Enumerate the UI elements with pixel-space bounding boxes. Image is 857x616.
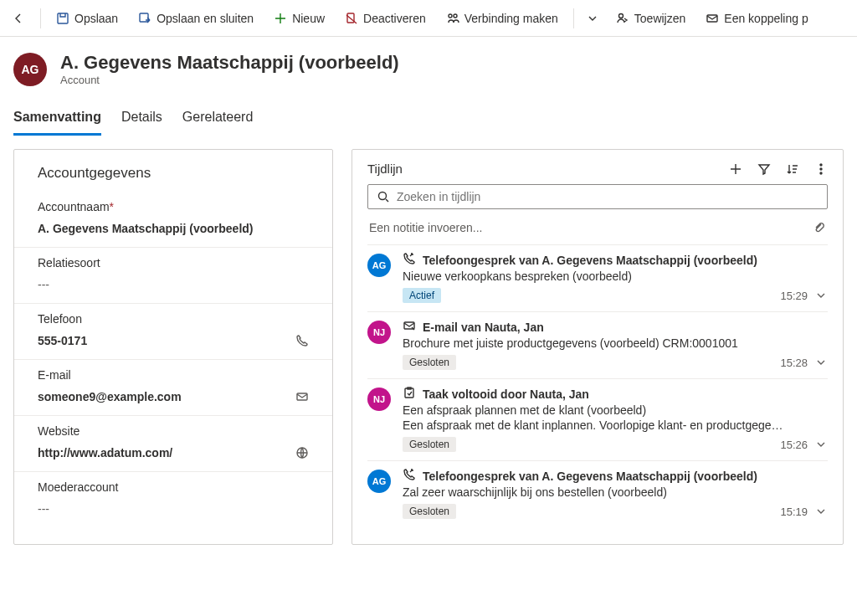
chevron-down-icon[interactable]	[814, 505, 828, 518]
new-label: Nieuw	[292, 12, 325, 25]
avatar: NJ	[367, 388, 391, 411]
assign-button[interactable]: Toewijzen	[608, 8, 694, 28]
field-label: Accountnaam*	[38, 200, 309, 213]
status-badge: Gesloten	[403, 504, 456, 519]
link-button[interactable]: Een koppeling p	[697, 8, 816, 28]
separator	[573, 8, 574, 28]
activity-time: 15:28	[780, 356, 828, 369]
svg-rect-6	[707, 15, 717, 22]
more-dropdown[interactable]	[581, 8, 604, 28]
save-close-button[interactable]: Opslaan en sluiten	[130, 8, 262, 28]
record-type: Account	[60, 74, 399, 86]
note-placeholder: Een notitie invoeren...	[369, 221, 482, 234]
activity-desc: Nieuwe verkoopkans bespreken (voorbeeld)	[403, 270, 828, 283]
content-area: Accountgegevens Accountnaam* A. Gegevens…	[0, 136, 857, 558]
tab-summary[interactable]: Samenvatting	[13, 103, 101, 136]
deactivate-icon	[345, 12, 358, 25]
field-value: A. Gegevens Maatschappij (voorbeeld)	[38, 222, 309, 235]
deactivate-label: Deactiveren	[363, 12, 426, 25]
connect-icon	[446, 12, 459, 25]
arrow-left-icon	[12, 12, 25, 25]
section-title: Accountgegevens	[14, 165, 332, 192]
svg-point-9	[820, 164, 822, 166]
field-value: 555-0171	[38, 334, 87, 347]
mail-icon	[403, 319, 416, 335]
svg-point-11	[820, 172, 822, 174]
svg-point-3	[449, 14, 452, 18]
activity-desc: Brochure met juiste productgegevens (voo…	[403, 336, 828, 350]
save-label: Opslaan	[74, 12, 118, 25]
timeline-search[interactable]	[367, 184, 828, 209]
plus-icon	[274, 12, 287, 25]
timeline-item[interactable]: NJ Taak voltooid door Nauta, Jan Een afs…	[367, 378, 828, 460]
page-title: A. Gegevens Maatschappij (voorbeeld)	[60, 52, 399, 74]
timeline-panel: Tijdlijn Een notitie invoeren... AG Tele…	[352, 149, 844, 545]
activity-desc2: Een afspraak met de klant inplannen. Voo…	[403, 418, 828, 432]
activity-time: 15:19	[780, 505, 828, 518]
chevron-down-icon	[586, 12, 599, 25]
tab-bar: Samenvatting Details Gerelateerd	[0, 103, 857, 136]
activity-desc: Een afspraak plannen met de klant (voorb…	[403, 403, 828, 417]
chevron-down-icon[interactable]	[814, 356, 828, 369]
field-label: Relatiesoort	[38, 256, 309, 270]
search-input[interactable]	[397, 190, 819, 203]
svg-point-5	[618, 13, 623, 18]
svg-point-4	[454, 14, 457, 18]
link-label: Een koppeling p	[724, 12, 808, 25]
field-value: http://www.adatum.com/	[38, 446, 172, 459]
field-relation-type[interactable]: Relatiesoort ---	[14, 248, 332, 304]
avatar: AG	[367, 470, 391, 493]
timeline-item[interactable]: AG Telefoongesprek van A. Gegevens Maats…	[367, 244, 828, 311]
status-badge: Gesloten	[403, 437, 456, 452]
phone-icon	[403, 252, 416, 268]
search-icon	[377, 190, 390, 203]
tab-related[interactable]: Gerelateerd	[182, 103, 254, 136]
deactivate-button[interactable]: Deactiveren	[336, 8, 434, 28]
attachment-icon[interactable]	[813, 221, 826, 234]
activity-title: Telefoongesprek van A. Gegevens Maatscha…	[423, 470, 757, 483]
field-website[interactable]: Website http://www.adatum.com/	[14, 416, 332, 472]
sort-icon[interactable]	[786, 162, 799, 176]
field-email[interactable]: E-mail someone9@example.com	[14, 360, 332, 416]
activity-time: 15:26	[780, 438, 828, 451]
phone-icon[interactable]	[295, 334, 309, 347]
timeline-title: Tijdlijn	[367, 162, 403, 176]
status-badge: Actief	[403, 288, 441, 303]
command-bar: Opslaan Opslaan en sluiten Nieuw Deactiv…	[0, 0, 857, 37]
field-account-name[interactable]: Accountnaam* A. Gegevens Maatschappij (v…	[14, 192, 332, 248]
record-header: AG A. Gegevens Maatschappij (voorbeeld) …	[0, 37, 857, 93]
filter-icon[interactable]	[757, 162, 771, 176]
field-phone[interactable]: Telefoon 555-0171	[14, 304, 332, 360]
svg-point-10	[820, 168, 822, 170]
connect-label: Verbinding maken	[464, 12, 558, 25]
field-value: ---	[38, 278, 309, 291]
status-badge: Gesloten	[403, 355, 456, 370]
field-value: ---	[38, 502, 309, 516]
field-label: E-mail	[38, 368, 309, 382]
activity-title: Taak voltooid door Nauta, Jan	[423, 388, 589, 401]
new-button[interactable]: Nieuw	[265, 8, 333, 28]
timeline-item[interactable]: NJ E-mail van Nauta, Jan Brochure met ju…	[367, 311, 828, 378]
back-button[interactable]	[7, 7, 30, 30]
activity-title: Telefoongesprek van A. Gegevens Maatscha…	[423, 254, 757, 267]
connect-button[interactable]: Verbinding maken	[438, 8, 567, 28]
phone-icon	[403, 468, 416, 484]
account-avatar: AG	[13, 53, 47, 86]
chevron-down-icon[interactable]	[814, 289, 828, 302]
chevron-down-icon[interactable]	[814, 438, 828, 451]
field-label: Website	[38, 424, 309, 438]
add-icon[interactable]	[729, 162, 742, 176]
activity-time: 15:29	[780, 289, 828, 302]
field-parent-account[interactable]: Moederaccount ---	[14, 472, 332, 527]
field-label: Telefoon	[38, 312, 309, 326]
mail-icon[interactable]	[295, 390, 309, 403]
timeline-item[interactable]: AG Telefoongesprek van A. Gegevens Maats…	[367, 460, 828, 527]
note-input-row[interactable]: Een notitie invoeren...	[367, 218, 828, 244]
more-icon[interactable]	[814, 162, 828, 176]
save-button[interactable]: Opslaan	[48, 8, 126, 28]
tab-details[interactable]: Details	[121, 103, 162, 136]
avatar: NJ	[367, 321, 391, 344]
globe-icon[interactable]	[295, 446, 309, 459]
avatar: AG	[367, 254, 391, 277]
save-close-icon	[138, 12, 151, 25]
